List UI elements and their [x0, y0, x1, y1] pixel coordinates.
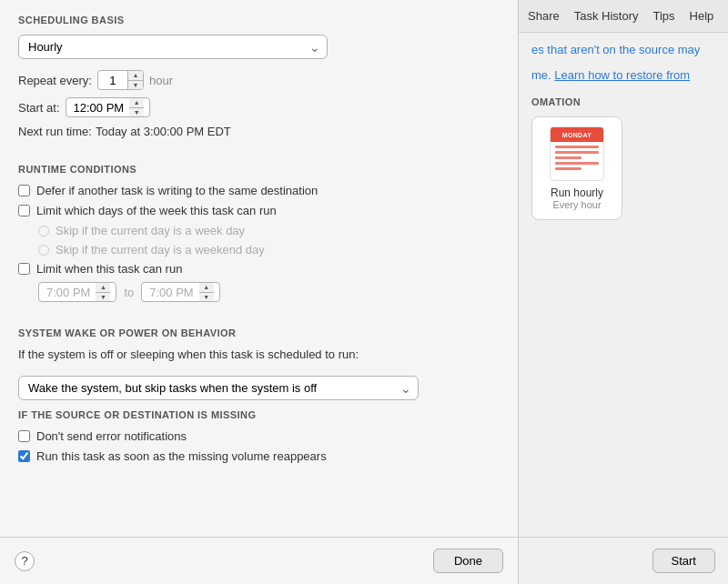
wake-dropdown[interactable]: Wake the system, but skip tasks when the… — [18, 376, 419, 400]
card-line-1 — [555, 146, 599, 148]
time-from-display: 7:00 PM ▲ ▼ — [38, 282, 116, 302]
run-reappears-checkbox[interactable] — [18, 450, 30, 462]
help-button[interactable]: ? — [15, 551, 35, 571]
next-run-row: Next run time: Today at 3:00:00 PM EDT — [18, 125, 500, 138]
system-wake-description: If the system is off or sleeping when th… — [18, 347, 500, 361]
time-to-decrement-btn[interactable]: ▼ — [199, 293, 214, 303]
warning-partial-2: me. — [531, 68, 551, 82]
card-line-4 — [555, 162, 599, 165]
right-panel: Share Task History Tips Help es that are… — [519, 0, 728, 584]
menu-item-share[interactable]: Share — [528, 9, 560, 23]
start-button-row: Start — [519, 537, 728, 584]
time-from-stepper: ▲ ▼ — [96, 282, 110, 302]
time-from-value: 7:00 PM — [46, 286, 90, 299]
radio-weekday-row: Skip if the current day is a week day — [18, 224, 500, 237]
missing-section: IF THE SOURCE OR DESTINATION IS MISSING … — [18, 409, 500, 469]
warning-text-2: me. Learn how to restore from — [531, 67, 715, 84]
repeat-input[interactable] — [98, 74, 127, 87]
warning-text-1: es that aren't on the source may — [531, 42, 715, 58]
start-button[interactable]: Start — [652, 549, 715, 573]
left-panel: SCHEDULING BASIS Hourly ⌄ Repeat every: … — [0, 0, 519, 584]
run-reappears-label: Run this task as soon as the missing vol… — [36, 449, 327, 463]
right-content: es that aren't on the source may me. Lea… — [519, 33, 728, 537]
missing-section-title: IF THE SOURCE OR DESTINATION IS MISSING — [18, 409, 500, 420]
start-time-display: 12:00 PM ▲ ▼ — [66, 97, 151, 117]
card-title: Run hourly — [551, 186, 603, 199]
repeat-unit: hour — [149, 74, 173, 87]
limit-days-checkbox[interactable] — [18, 205, 30, 216]
to-label: to — [124, 286, 134, 299]
repeat-increment-btn[interactable]: ▲ — [128, 70, 143, 81]
time-to-increment-btn[interactable]: ▲ — [199, 282, 214, 293]
radio-weekend-row: Skip if the current day is a weekend day — [18, 243, 500, 257]
automation-card: MONDAY Run hourly Every hour — [531, 116, 622, 220]
next-run-value: Today at 3:00:00 PM EDT — [96, 125, 231, 138]
card-line-3 — [555, 156, 581, 159]
done-button[interactable]: Done — [433, 549, 503, 573]
defer-label: Defer if another task is writing to the … — [36, 184, 318, 197]
time-to-stepper: ▲ ▼ — [199, 282, 214, 302]
defer-checkbox-row: Defer if another task is writing to the … — [18, 184, 500, 197]
time-from-decrement-btn[interactable]: ▼ — [96, 293, 110, 303]
time-to-display: 7:00 PM ▲ ▼ — [141, 282, 219, 302]
start-at-row: Start at: 12:00 PM ▲ ▼ — [18, 97, 500, 117]
start-time-decrement-btn[interactable]: ▼ — [129, 108, 144, 118]
card-day-label: MONDAY — [551, 127, 603, 142]
card-subtitle: Every hour — [552, 199, 601, 210]
scheduling-basis-title: SCHEDULING BASIS — [18, 15, 500, 25]
weekday-radio-label: Skip if the current day is a week day — [56, 224, 245, 237]
limit-days-label: Limit which days of the week this task c… — [36, 204, 277, 217]
limit-days-checkbox-row: Limit which days of the week this task c… — [18, 204, 500, 217]
repeat-every-row: Repeat every: ▲ ▼ hour — [18, 70, 500, 90]
scheduling-dropdown-wrapper: Hourly ⌄ — [18, 35, 328, 59]
automation-title: OMATION — [531, 96, 715, 107]
menu-item-tips[interactable]: Tips — [653, 9, 675, 23]
start-time-stepper: ▲ ▼ — [129, 97, 144, 117]
limit-time-checkbox-row: Limit when this task can run — [18, 262, 500, 276]
limit-time-checkbox[interactable] — [18, 263, 30, 275]
no-error-label: Don't send error notifications — [36, 429, 187, 443]
start-time-value: 12:00 PM — [74, 101, 125, 115]
learn-link[interactable]: Learn how to restore from — [554, 68, 690, 82]
card-icon: MONDAY — [550, 126, 604, 181]
time-from-increment-btn[interactable]: ▲ — [96, 282, 110, 293]
next-run-label: Next run time: — [18, 125, 92, 138]
start-time-increment-btn[interactable]: ▲ — [129, 97, 144, 108]
repeat-stepper-buttons: ▲ ▼ — [127, 70, 143, 90]
card-lines — [551, 142, 603, 180]
repeat-decrement-btn[interactable]: ▼ — [128, 81, 143, 91]
no-error-checkbox[interactable] — [18, 430, 30, 442]
scheduling-dropdown[interactable]: Hourly — [18, 35, 328, 59]
menu-item-task-history[interactable]: Task History — [574, 9, 639, 23]
warning-partial-1: es that aren't on the source may — [531, 43, 700, 56]
start-at-label: Start at: — [18, 101, 60, 115]
card-line-2 — [555, 151, 599, 154]
system-wake-title: SYSTEM WAKE OR POWER ON BEHAVIOR — [18, 327, 500, 338]
top-menu: Share Task History Tips Help — [519, 0, 728, 33]
defer-checkbox[interactable] — [18, 185, 30, 196]
wake-dropdown-wrapper: Wake the system, but skip tasks when the… — [18, 376, 419, 400]
bottom-bar: ? Done — [0, 537, 518, 584]
no-error-checkbox-row: Don't send error notifications — [18, 429, 500, 443]
weekend-radio[interactable] — [38, 245, 49, 256]
limit-time-label: Limit when this task can run — [36, 262, 182, 276]
time-range-row: 7:00 PM ▲ ▼ to 7:00 PM ▲ ▼ — [18, 282, 500, 302]
runtime-conditions-title: RUNTIME CONDITIONS — [18, 164, 500, 175]
weekday-radio[interactable] — [38, 226, 49, 237]
repeat-label: Repeat every: — [18, 74, 92, 87]
weekend-radio-label: Skip if the current day is a weekend day — [56, 243, 265, 257]
time-to-value: 7:00 PM — [149, 286, 193, 299]
run-when-reappears-row: Run this task as soon as the missing vol… — [18, 449, 500, 463]
card-line-5 — [555, 167, 581, 170]
menu-item-help[interactable]: Help — [690, 9, 714, 23]
repeat-stepper: ▲ ▼ — [97, 70, 144, 90]
